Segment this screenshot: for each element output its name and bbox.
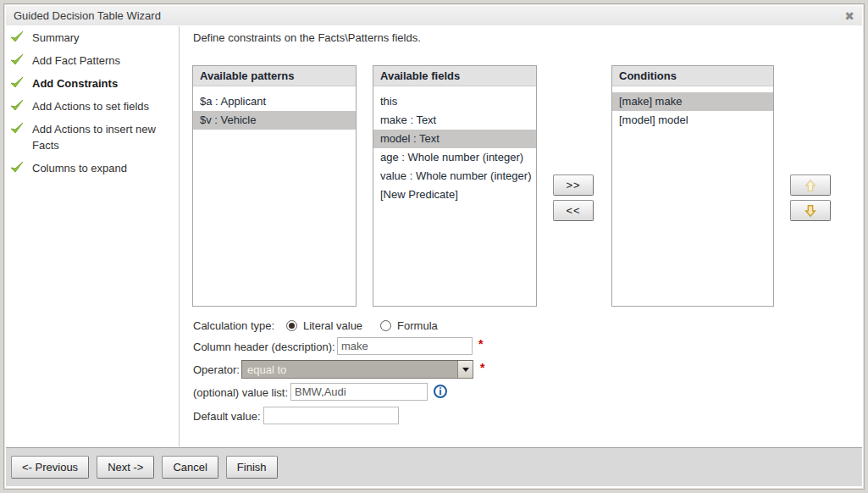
value-list-label: (optional) value list: bbox=[193, 386, 288, 399]
wizard-steps-sidebar: Summary Add Fact Patterns Add Constraint… bbox=[9, 30, 178, 183]
operator-select[interactable]: equal to bbox=[241, 360, 473, 379]
step-summary[interactable]: Summary bbox=[9, 30, 178, 46]
list-item[interactable]: model : Text bbox=[373, 130, 536, 148]
step-add-constraints[interactable]: Add Constraints bbox=[9, 75, 178, 91]
move-up-button[interactable] bbox=[790, 174, 831, 196]
step-label: Columns to expand bbox=[32, 160, 127, 176]
previous-button[interactable]: <- Previous bbox=[11, 456, 89, 479]
required-marker: * bbox=[478, 337, 483, 351]
list-item[interactable]: make : Text bbox=[373, 111, 536, 130]
list-item[interactable]: age : Whole number (integer) bbox=[373, 148, 536, 167]
check-icon bbox=[9, 75, 25, 91]
step-label: Add Fact Patterns bbox=[32, 53, 120, 69]
default-value-label: Default value: bbox=[193, 410, 261, 423]
list-item[interactable]: [model] model bbox=[612, 111, 773, 130]
step-label: Add Actions to insert new Facts bbox=[32, 121, 178, 153]
step-add-actions-insert-facts[interactable]: Add Actions to insert new Facts bbox=[9, 121, 178, 153]
check-icon bbox=[9, 160, 25, 175]
cancel-button[interactable]: Cancel bbox=[162, 456, 218, 479]
step-add-fact-patterns[interactable]: Add Fact Patterns bbox=[9, 53, 178, 69]
required-marker: * bbox=[480, 361, 484, 374]
available-fields-header: Available fields bbox=[373, 66, 536, 86]
titlebar: Guided Decision Table Wizard ✖ bbox=[6, 6, 862, 25]
conditions-header: Conditions bbox=[612, 66, 773, 86]
value-list-input[interactable] bbox=[290, 383, 428, 401]
list-item[interactable]: [make] make bbox=[612, 92, 773, 111]
list-item[interactable]: value : Whole number (integer) bbox=[373, 167, 536, 186]
check-icon bbox=[9, 98, 25, 114]
radio-literal-value[interactable] bbox=[286, 320, 297, 331]
check-icon bbox=[9, 30, 25, 45]
next-button[interactable]: Next -> bbox=[97, 456, 154, 479]
available-fields-panel: Available fields this make : Text model … bbox=[373, 65, 537, 307]
arrow-down-icon bbox=[803, 203, 818, 219]
step-add-actions-set-fields[interactable]: Add Actions to set fields bbox=[9, 98, 178, 114]
available-fields-list: this make : Text model : Text age : Whol… bbox=[373, 86, 536, 204]
operator-selected-value: equal to bbox=[242, 363, 457, 376]
footer-bar: <- Previous Next -> Cancel Finish bbox=[6, 447, 862, 486]
radio-formula[interactable] bbox=[380, 320, 391, 331]
dialog-title: Guided Decision Table Wizard bbox=[14, 9, 844, 22]
column-header-input[interactable] bbox=[337, 337, 473, 355]
conditions-panel: Conditions [make] make [model] model bbox=[611, 65, 774, 307]
conditions-list: [make] make [model] model bbox=[612, 86, 773, 130]
check-icon bbox=[9, 53, 25, 68]
calculation-type-radio-group: Literal value Formula bbox=[286, 319, 450, 332]
wizard-dialog: Guided Decision Table Wizard ✖ Summary A… bbox=[3, 3, 865, 490]
column-header-label: Column header (description): bbox=[193, 341, 335, 353]
chevron-down-icon bbox=[462, 368, 469, 372]
available-patterns-list: $a : Applicant $v : Vehicle bbox=[193, 86, 356, 130]
available-patterns-panel: Available patterns $a : Applicant $v : V… bbox=[192, 65, 357, 307]
info-icon[interactable]: i bbox=[434, 385, 447, 398]
dropdown-arrow-button[interactable] bbox=[457, 361, 473, 378]
list-item[interactable]: [New Predicate] bbox=[373, 186, 536, 204]
add-condition-button[interactable]: >> bbox=[553, 174, 594, 196]
list-item[interactable]: $v : Vehicle bbox=[193, 111, 356, 130]
step-label: Add Actions to set fields bbox=[32, 98, 149, 114]
step-label: Summary bbox=[32, 30, 80, 46]
step-columns-to-expand[interactable]: Columns to expand bbox=[9, 160, 178, 176]
list-item[interactable]: this bbox=[373, 92, 536, 111]
radio-formula-label: Formula bbox=[397, 319, 438, 332]
remove-condition-button[interactable]: << bbox=[553, 200, 594, 221]
finish-button[interactable]: Finish bbox=[226, 456, 278, 479]
calculation-type-label: Calculation type: bbox=[193, 319, 274, 332]
available-patterns-header: Available patterns bbox=[193, 66, 356, 86]
check-icon bbox=[9, 121, 25, 136]
move-down-button[interactable] bbox=[790, 200, 831, 221]
close-icon[interactable]: ✖ bbox=[844, 10, 854, 22]
default-value-input[interactable] bbox=[263, 407, 399, 424]
list-item[interactable]: $a : Applicant bbox=[193, 92, 356, 111]
arrow-up-icon bbox=[803, 178, 818, 193]
step-label: Add Constraints bbox=[32, 75, 118, 91]
radio-literal-value-label: Literal value bbox=[303, 319, 362, 332]
operator-label: Operator: bbox=[193, 363, 240, 376]
sidebar-divider bbox=[179, 26, 180, 446]
instruction-text: Define constraints on the Facts\Patterns… bbox=[193, 31, 421, 44]
